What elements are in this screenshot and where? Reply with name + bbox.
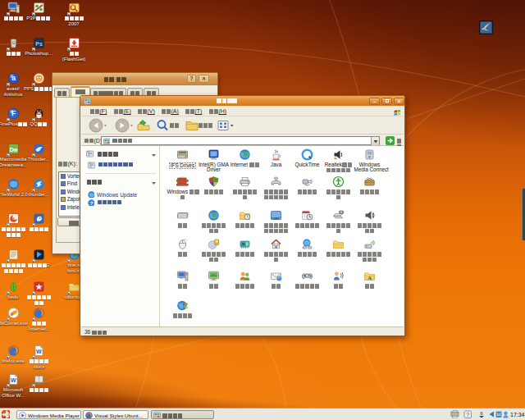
svg-text:A: A — [368, 275, 372, 281]
svg-text:W: W — [36, 349, 42, 354]
svg-text:?: ? — [90, 201, 94, 206]
svg-text:W: W — [11, 377, 16, 383]
svg-text:?: ? — [466, 412, 469, 418]
svg-text:Dw: Dw — [9, 147, 18, 153]
svg-text:a: a — [11, 74, 16, 82]
svg-text:Ps: Ps — [35, 41, 43, 47]
svg-text:F: F — [11, 109, 15, 117]
svg-text:6: 6 — [480, 411, 482, 416]
